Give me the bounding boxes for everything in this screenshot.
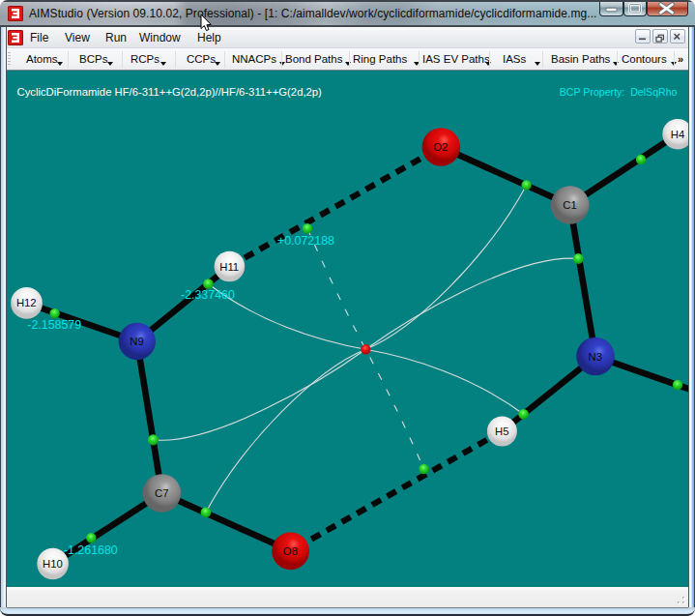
svg-text:C1: C1 [563,199,576,211]
svg-text:-1.261680: -1.261680 [64,543,118,557]
svg-text:-2.337460: -2.337460 [181,288,235,302]
svg-text:H5: H5 [495,425,508,437]
svg-text:C7: C7 [155,487,168,499]
svg-text:O8: O8 [283,545,298,557]
svg-text:H10: H10 [43,558,63,570]
svg-text:H12: H12 [16,297,37,308]
svg-text:H4: H4 [671,129,684,140]
svg-text:O2: O2 [433,141,448,153]
svg-text:-2.158579: -2.158579 [27,318,81,332]
svg-text:N9: N9 [130,336,143,347]
svg-text:H11: H11 [219,261,239,273]
svg-text:N3: N3 [589,351,602,363]
svg-text:+0.072188: +0.072188 [277,234,334,248]
svg-text:CyclicDiFormamide HF/6-311++G(: CyclicDiFormamide HF/6-311++G(2d,2p)//HF… [17,86,323,98]
svg-text:BCP Property: DelSqRho: BCP Property: DelSqRho [560,86,678,98]
